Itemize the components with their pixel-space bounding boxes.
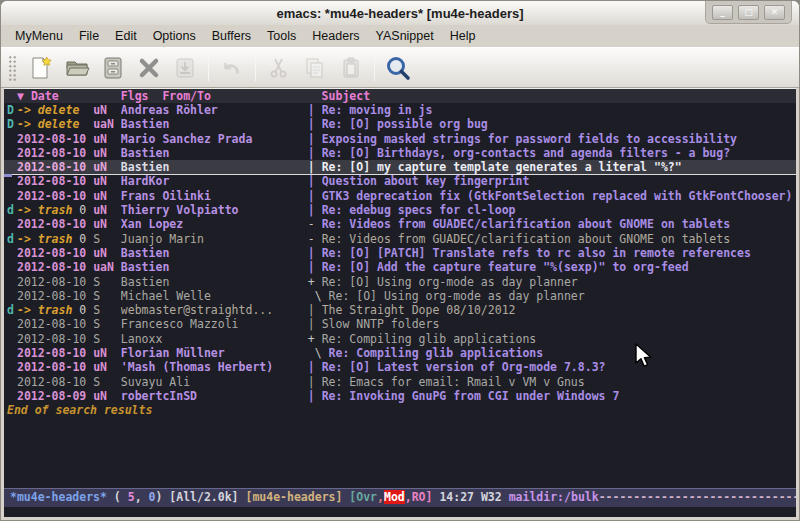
message-row[interactable]: 2012-08-10uN'Mash (Thomas Herbert)| Re: … <box>4 360 796 374</box>
mark-action-label: -> delete <box>17 103 79 117</box>
paste-button[interactable] <box>333 52 369 84</box>
subject-separator: | <box>308 117 322 131</box>
message-row[interactable]: d-> trash 0uNThierry Volpiatto| Re: edeb… <box>4 203 796 217</box>
menu-buffers[interactable]: Buffers <box>204 26 259 46</box>
message-date: 2012-08-10 <box>17 360 93 374</box>
minimize-button[interactable]: _ <box>712 5 733 20</box>
subject-separator: | <box>308 360 322 374</box>
delete-button[interactable] <box>131 52 167 84</box>
mark-fringe <box>7 317 17 331</box>
emacs-window: emacs: *mu4e-headers* [mu4e-headers] _ □… <box>0 0 800 521</box>
mark-fringe <box>7 289 17 303</box>
menu-help[interactable]: Help <box>442 26 484 46</box>
message-row[interactable]: 2012-08-10uNFlorian Müllner \ Re: Compil… <box>4 346 796 360</box>
buffer-empty-space <box>4 418 796 488</box>
column-header-flags[interactable]: Flgs <box>121 89 163 103</box>
new-file-button[interactable] <box>23 52 59 84</box>
message-date: 2012-08-10 <box>17 289 93 303</box>
message-row[interactable]: 2012-08-10uNXan Lopez- Re: Videos from G… <box>4 217 796 231</box>
message-row[interactable]: 2012-08-10SSuvayu Ali| Re: Emacs for ema… <box>4 375 796 389</box>
save-as-button[interactable] <box>167 52 203 84</box>
message-date: 2012-08-10 <box>17 132 93 146</box>
toolbar-grip-handle[interactable] <box>8 55 17 81</box>
message-row[interactable]: 2012-08-10SBastien+ Re: [O] Using org-mo… <box>4 275 796 289</box>
column-header-subject[interactable]: Subject <box>322 89 370 103</box>
menu-mymenu[interactable]: MyMenu <box>7 26 71 46</box>
modeline-buffer-size: [All/2.0k] <box>169 490 245 504</box>
sort-desc-icon[interactable]: ▼ <box>17 89 24 103</box>
open-folder-button[interactable] <box>59 52 95 84</box>
undo-icon <box>219 55 245 81</box>
modeline-clock: 14:27 W32 <box>432 490 508 504</box>
mark-action-extra: 0 <box>72 232 86 246</box>
modeline-line-number: 5 <box>128 490 135 504</box>
message-date: 2012-08-10 <box>17 146 93 160</box>
close-button[interactable]: ✕ <box>764 5 785 20</box>
modeline-maildir: maildir:/bulk <box>509 490 599 504</box>
menu-headers[interactable]: Headers <box>304 26 367 46</box>
column-header-date[interactable]: Date <box>31 89 59 103</box>
menu-file[interactable]: File <box>71 26 107 46</box>
search-button[interactable] <box>380 52 416 84</box>
message-row[interactable]: 2012-08-10uNHardKor| Question about key … <box>4 174 796 188</box>
message-row[interactable]: 2012-08-09uNrobertcInSD| Re: Invoking Gn… <box>4 389 796 403</box>
cut-scissors-icon <box>266 55 292 81</box>
message-from: Lanoxx <box>121 332 308 346</box>
message-flags: uaN <box>93 260 121 274</box>
message-row[interactable]: D-> deleteuNAndreas Röhler| Re: moving i… <box>4 103 796 117</box>
toolbar-separator <box>208 55 209 81</box>
subject-separator: | <box>308 246 322 260</box>
message-flags: uN <box>93 132 121 146</box>
message-row[interactable]: 2012-08-10uNMario Sanchez Prada| Exposin… <box>4 132 796 146</box>
copy-button[interactable] <box>297 52 333 84</box>
message-row[interactable]: 2012-08-10uNBastien| Re: [O] [PATCH] Tra… <box>4 246 796 260</box>
mark-letter: D <box>7 103 17 117</box>
modeline-buffer-name[interactable]: *mu4e-headers* <box>10 490 107 504</box>
mark-action-label: -> delete <box>17 117 79 131</box>
new-file-icon <box>28 55 54 81</box>
undo-button[interactable] <box>214 52 250 84</box>
menu-edit[interactable]: Edit <box>107 26 145 46</box>
modeline-modified-flag[interactable]: Mod <box>384 490 405 504</box>
message-row[interactable]: d-> trash 0Swebmaster@straightd...| The … <box>4 303 796 317</box>
message-row[interactable]: 2012-08-10SFrancesco Mazzoli| Slow NNTP … <box>4 317 796 331</box>
frame-content: ▼ Date Flgs From/To Subject D-> deleteuN… <box>1 88 799 520</box>
minibuffer[interactable] <box>4 507 796 517</box>
mark-letter: d <box>7 303 17 317</box>
copy-icon <box>302 55 328 81</box>
headers-column-bar[interactable]: ▼ Date Flgs From/To Subject <box>4 89 796 103</box>
message-subject: Re: [O] [PATCH] Translate refs to rc als… <box>322 246 796 260</box>
message-from: Thierry Volpiatto <box>121 203 308 217</box>
subject-separator: | <box>308 160 322 174</box>
message-subject: Re: [O] Add the capture feature "%(sexp)… <box>322 260 796 274</box>
message-from: Florian Müllner <box>121 346 308 360</box>
message-row[interactable]: 2012-08-10uNBastien| Re: [O] my capture … <box>4 160 796 174</box>
save-file-button[interactable] <box>95 52 131 84</box>
message-row[interactable]: 2012-08-10SMichael Welle \ Re: [O] Using… <box>4 289 796 303</box>
mark-letter: D <box>7 117 17 131</box>
message-subject: Re: edebug specs for cl-loop <box>322 203 796 217</box>
message-date: 2012-08-10 <box>17 160 93 174</box>
message-subject: Re: [O] Birthdays, org-contacts and agen… <box>322 146 796 160</box>
title-bar[interactable]: emacs: *mu4e-headers* [mu4e-headers] _ □… <box>1 1 799 25</box>
menu-yasnippet[interactable]: YASnippet <box>368 26 442 46</box>
message-date: 2012-08-10 <box>17 317 93 331</box>
message-row[interactable]: D-> deleteuaNBastien| Re: [O] possible o… <box>4 117 796 131</box>
menu-options[interactable]: Options <box>145 26 204 46</box>
message-from: Bastien <box>121 275 308 289</box>
mark-fringe <box>7 375 17 389</box>
message-row[interactable]: 2012-08-10uNBastien| Re: [O] Birthdays, … <box>4 146 796 160</box>
message-row[interactable]: d-> trash 0SJuanjo Marin- Re: Videos fro… <box>4 232 796 246</box>
modeline-ovr-flag: [Ovr <box>349 490 377 504</box>
message-from: HardKor <box>121 174 308 188</box>
message-row[interactable]: 2012-08-10uNFrans Oilinki| GTK3 deprecat… <box>4 189 796 203</box>
maximize-button[interactable]: □ <box>738 5 759 20</box>
subject-separator: | <box>308 132 322 146</box>
menu-tools[interactable]: Tools <box>259 26 304 46</box>
column-header-from[interactable]: From/To <box>162 89 321 103</box>
cut-button[interactable] <box>261 52 297 84</box>
modeline-major-mode[interactable]: [mu4e-headers] <box>245 490 349 504</box>
message-flags: uN <box>93 189 121 203</box>
message-row[interactable]: 2012-08-10SLanoxx+ Re: Compiling glib ap… <box>4 332 796 346</box>
message-row[interactable]: 2012-08-10uaNBastien| Re: [O] Add the ca… <box>4 260 796 274</box>
